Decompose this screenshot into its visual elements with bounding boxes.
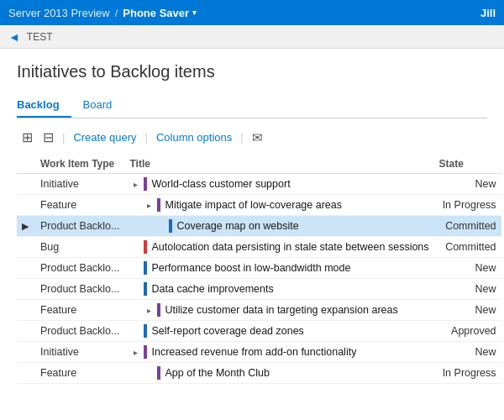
- row-selector: [17, 363, 35, 384]
- color-bar-indicator: [144, 345, 147, 359]
- title-text: Mitigate impact of low-coverage areas: [165, 199, 343, 211]
- color-bar-indicator: [144, 282, 147, 296]
- breadcrumb-back-icon[interactable]: ◄: [8, 30, 20, 44]
- table-row[interactable]: Product Backlo...Data cache improvements…: [17, 279, 501, 300]
- work-item-type-cell: Feature: [35, 300, 125, 321]
- title-cell[interactable]: ▸World-class customer support: [125, 174, 434, 195]
- title-text: Performance boost in low-bandwidth mode: [152, 262, 351, 274]
- table-row[interactable]: Product Backlo...Performance boost in lo…: [17, 258, 501, 279]
- col-header-state: State: [434, 155, 501, 174]
- row-selector: [17, 237, 35, 258]
- expand-icon[interactable]: ▸: [130, 346, 142, 358]
- color-bar-indicator: [169, 219, 172, 233]
- toolbar-separator-2: |: [145, 131, 148, 144]
- work-item-type-cell: Bug: [35, 237, 125, 258]
- expand-icon[interactable]: ▸: [144, 304, 155, 316]
- toolbar-separator-1: |: [62, 131, 65, 144]
- row-selector: ▶: [17, 216, 35, 237]
- state-cell: Committed: [434, 237, 501, 258]
- color-bar-indicator: [144, 177, 147, 191]
- toolbar-separator-3: |: [240, 131, 243, 144]
- expand-all-button[interactable]: ⊞: [17, 127, 38, 148]
- tab-board[interactable]: Board: [83, 93, 124, 118]
- top-navigation: Server 2013 Preview / Phone Saver ▾ Jill: [0, 0, 504, 25]
- table-row[interactable]: FeatureApp of the Month ClubIn Progress: [17, 363, 501, 384]
- row-selector: [17, 279, 35, 300]
- expand-icon[interactable]: ▸: [130, 178, 142, 190]
- table-row[interactable]: ▶Product Backlo...Coverage map on websit…: [17, 216, 501, 237]
- row-selector: [17, 174, 35, 195]
- state-cell: In Progress: [434, 195, 501, 216]
- table-row[interactable]: Initiative▸Increased revenue from add-on…: [17, 342, 501, 363]
- color-bar-indicator: [157, 198, 160, 212]
- table-row[interactable]: Feature▸Mitigate impact of low-coverage …: [17, 195, 501, 216]
- title-text: World-class customer support: [152, 178, 291, 190]
- work-item-type-cell: Product Backlo...: [35, 279, 125, 300]
- expand-icon[interactable]: ▸: [144, 199, 155, 211]
- title-cell[interactable]: Self-report coverage dead zones: [125, 321, 434, 342]
- state-cell: New: [434, 279, 501, 300]
- title-cell[interactable]: Data cache improvements: [125, 279, 434, 300]
- project-name[interactable]: Phone Saver ▾: [123, 7, 197, 19]
- work-items-table: Work Item Type Title State Initiative▸Wo…: [17, 155, 501, 384]
- main-content: Initiatives to Backlog items Backlog Boa…: [0, 49, 504, 392]
- table-row[interactable]: Product Backlo...Self-report coverage de…: [17, 321, 501, 342]
- col-header-work-item-type: Work Item Type: [35, 155, 125, 174]
- work-item-type-cell: Product Backlo...: [35, 321, 125, 342]
- title-cell[interactable]: ▸Increased revenue from add-on functiona…: [125, 342, 434, 363]
- color-bar-indicator: [157, 366, 160, 380]
- color-bar-indicator: [144, 324, 147, 338]
- col-header-title: Title: [125, 155, 434, 174]
- row-selected-arrow: ▶: [22, 221, 29, 231]
- table-row[interactable]: Feature▸Utilize customer data in targeti…: [17, 300, 501, 321]
- state-cell: In Progress: [434, 363, 501, 384]
- work-item-type-cell: Initiative: [35, 342, 125, 363]
- state-cell: New: [434, 174, 501, 195]
- state-cell: Approved: [434, 321, 501, 342]
- title-cell[interactable]: ▸Utilize customer data in targeting expa…: [125, 300, 434, 321]
- title-text: Autolocation data persisting in stale st…: [152, 241, 429, 253]
- work-item-type-cell: Product Backlo...: [35, 258, 125, 279]
- create-query-link[interactable]: Create query: [68, 129, 141, 146]
- breadcrumb-bar: ◄ TEST: [0, 25, 504, 49]
- tab-bar: Backlog Board: [17, 93, 487, 118]
- project-dropdown-icon[interactable]: ▾: [192, 8, 197, 17]
- table-row[interactable]: Initiative▸World-class customer supportN…: [17, 174, 501, 195]
- nav-separator: /: [115, 7, 118, 19]
- title-cell[interactable]: Coverage map on website: [125, 216, 434, 237]
- state-cell: New: [434, 300, 501, 321]
- title-cell[interactable]: Autolocation data persisting in stale st…: [125, 237, 434, 258]
- row-selector: [17, 342, 35, 363]
- title-cell[interactable]: App of the Month Club: [125, 363, 434, 384]
- title-cell[interactable]: Performance boost in low-bandwidth mode: [125, 258, 434, 279]
- collapse-all-button[interactable]: ⊟: [38, 127, 59, 148]
- tab-backlog[interactable]: Backlog: [17, 93, 71, 118]
- color-bar-indicator: [157, 303, 160, 317]
- title-text: Coverage map on website: [177, 220, 299, 232]
- work-item-type-cell: Feature: [35, 363, 125, 384]
- row-selector: [17, 300, 35, 321]
- state-cell: New: [434, 342, 501, 363]
- work-item-type-cell: Product Backlo...: [35, 216, 125, 237]
- col-header-selector: [17, 155, 35, 174]
- table-header-row: Work Item Type Title State: [17, 155, 501, 174]
- state-cell: New: [434, 258, 501, 279]
- user-name: Jill: [480, 7, 496, 19]
- title-text: Utilize customer data in targeting expan…: [165, 304, 398, 316]
- work-item-type-cell: Initiative: [35, 174, 125, 195]
- toolbar: ⊞ ⊟ | Create query | Column options | ✉: [17, 127, 487, 148]
- title-text: App of the Month Club: [165, 367, 270, 379]
- title-cell[interactable]: ▸Mitigate impact of low-coverage areas: [125, 195, 434, 216]
- column-options-link[interactable]: Column options: [151, 129, 237, 146]
- title-text: Increased revenue from add-on functional…: [152, 346, 357, 358]
- color-bar-indicator: [144, 261, 147, 275]
- email-button[interactable]: ✉: [247, 128, 268, 148]
- row-selector: [17, 321, 35, 342]
- color-bar-indicator: [144, 240, 147, 254]
- title-text: Data cache improvements: [152, 283, 274, 295]
- app-name: Server 2013 Preview: [8, 7, 110, 19]
- table-row[interactable]: BugAutolocation data persisting in stale…: [17, 237, 501, 258]
- page-title: Initiatives to Backlog items: [17, 62, 487, 81]
- row-selector: [17, 258, 35, 279]
- row-selector: [17, 195, 35, 216]
